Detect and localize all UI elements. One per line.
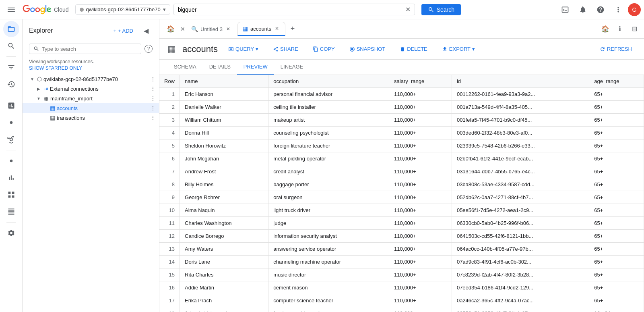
lineage-tab[interactable]: LINEAGE — [274, 60, 310, 75]
add-tab-button[interactable]: + — [286, 23, 299, 35]
share-button[interactable]: SHARE — [269, 44, 302, 54]
user-avatar[interactable]: G — [628, 3, 641, 16]
accounts-tab-icon: ▦ — [243, 25, 248, 32]
tree-project-item[interactable]: ▼ ⬡ qwiklabs-gcp-02-86d51777be70 ☆ ⋮ — [23, 74, 159, 84]
tree-transactions-item[interactable]: ▦ transactions ☆ ⋮ — [23, 113, 159, 123]
cell-row-num: 4 — [159, 127, 180, 139]
close-home-tab-icon[interactable]: ✕ — [180, 26, 185, 32]
tree-expand-arrow[interactable]: ▼ — [29, 76, 35, 82]
preview-tab[interactable]: PREVIEW — [237, 60, 274, 75]
cell-row-num: 6 — [159, 152, 180, 165]
home-icon[interactable]: 🏠 — [599, 23, 612, 35]
cell-age-range: 65+ — [589, 165, 644, 178]
cell-id: 03a31644-d0b7-4b55-b765-e4c... — [452, 165, 589, 178]
close-untitled-tab-icon[interactable]: ✕ — [225, 26, 231, 32]
transactions-more-icon[interactable]: ⋮ — [150, 114, 156, 121]
delete-btn-label: DELETE — [407, 46, 427, 52]
explorer-nav-icon[interactable] — [3, 21, 19, 37]
untitled-tab[interactable]: 🔍 Untitled 3 ✕ — [186, 22, 237, 35]
settings-nav-icon[interactable] — [3, 225, 19, 241]
cell-row-num: 1 — [159, 88, 180, 101]
collapse-sidebar-button[interactable]: ◀ — [140, 24, 153, 37]
dot2-nav-icon[interactable] — [3, 153, 19, 169]
cell-age-range: 65+ — [589, 114, 644, 127]
tree-accounts-item[interactable]: ▦ accounts ☆ ⋮ — [23, 103, 159, 113]
delete-button[interactable]: DELETE — [396, 44, 431, 54]
dot-nav-icon[interactable] — [3, 114, 19, 131]
wrench-nav-icon[interactable] — [3, 131, 19, 148]
search-row: ? — [23, 42, 159, 57]
details-tab[interactable]: DETAILS — [203, 60, 237, 75]
filter-nav-icon[interactable] — [3, 59, 19, 75]
table-header-row: Row name occupation salary_range id age_… — [159, 75, 644, 88]
accounts-expand-arrow[interactable] — [42, 105, 48, 111]
table-row: 10 Alma Naquin light truck driver 110,00… — [159, 204, 644, 217]
analytics-nav-icon[interactable] — [3, 98, 19, 114]
sidebar-search-input[interactable] — [42, 46, 137, 52]
refresh-button[interactable]: REFRESH — [596, 44, 636, 54]
col-id: id — [452, 75, 589, 88]
snapshot-button[interactable]: SNAPSHOT — [345, 44, 390, 54]
tree-dataset-item[interactable]: ▼ ▦ mainframe_import ☆ ⋮ — [23, 94, 159, 103]
copy-button[interactable]: COPY — [309, 44, 339, 54]
table-row: 8 Billy Holmes baggage porter 110,000+ 0… — [159, 178, 644, 191]
table-header-icon: ▦ — [167, 44, 176, 54]
cell-occupation: oral surgeon — [268, 191, 389, 204]
tree-external-connections-item[interactable]: ▶ ⇥ External connections ⋮ — [23, 84, 159, 94]
search-help-icon[interactable]: ? — [144, 45, 153, 53]
add-button[interactable]: + + ADD — [110, 25, 136, 36]
accounts-tab[interactable]: ▦ accounts ✕ — [237, 22, 285, 36]
table-row: 1 Eric Hanson personal financial advisor… — [159, 88, 644, 101]
help-icon[interactable] — [592, 2, 609, 18]
cell-row-num: 18 — [159, 307, 180, 312]
info-icon[interactable]: ℹ — [613, 23, 626, 35]
grid-nav-icon[interactable] — [3, 187, 19, 203]
cell-row-num: 12 — [159, 230, 180, 243]
svg-point-5 — [351, 48, 353, 50]
accounts-tab-label: accounts — [250, 26, 271, 32]
project-more-icon[interactable]: ⋮ — [150, 76, 156, 82]
table-row: 5 Sheldon Horowitz foreign literature te… — [159, 139, 644, 152]
clear-search-icon[interactable]: ✕ — [405, 6, 411, 13]
cell-occupation: baggage porter — [268, 178, 389, 191]
ext-conn-expand-arrow[interactable]: ▶ — [35, 85, 42, 92]
cell-occupation: personal financial advisor — [268, 88, 389, 101]
show-starred-link[interactable]: SHOW STARRED ONLY — [29, 65, 153, 71]
accounts-more-icon[interactable]: ⋮ — [150, 105, 156, 111]
home-tab[interactable]: 🏠 — [163, 21, 179, 37]
tab-bar: 🏠 ✕ 🔍 Untitled 3 ✕ ▦ accounts ✕ + 🏠 ℹ ⊟ — [159, 19, 644, 39]
table-nav-icon[interactable] — [3, 204, 19, 220]
dropdown-arrow-icon: ▾ — [163, 6, 166, 12]
hamburger-button[interactable] — [3, 2, 19, 18]
bar-chart-nav-icon[interactable] — [3, 170, 19, 186]
layout-icon[interactable]: ⊟ — [628, 23, 641, 35]
ext-conn-more-icon[interactable]: ⋮ — [150, 85, 156, 92]
cell-id: 07eed354-b186-41f4-9cd2-129... — [452, 281, 589, 294]
dataset-more-icon[interactable]: ⋮ — [150, 95, 156, 102]
export-button[interactable]: EXPORT ▾ — [438, 44, 479, 54]
query-button[interactable]: QUERY ▾ — [224, 44, 262, 54]
export-dropdown-arrow: ▾ — [472, 46, 475, 52]
cell-salary-range: 110,000+ — [389, 256, 452, 268]
terminal-icon[interactable] — [557, 2, 573, 18]
data-table-wrapper: Row name occupation salary_range id age_… — [159, 75, 644, 312]
schema-tab[interactable]: SCHEMA — [167, 60, 203, 75]
search-nav-icon[interactable] — [3, 38, 19, 54]
cell-salary-range: 110,000+ — [389, 127, 452, 139]
dataset-expand-arrow[interactable]: ▼ — [35, 95, 42, 102]
history-nav-icon[interactable] — [3, 76, 19, 92]
cell-name: Donna Hill — [180, 127, 268, 139]
col-age-range: age_range — [589, 75, 644, 88]
col-name: name — [180, 75, 268, 88]
transactions-expand-arrow[interactable] — [42, 114, 48, 121]
more-options-icon[interactable] — [610, 2, 626, 18]
search-input[interactable] — [178, 6, 405, 13]
search-button[interactable]: Search — [421, 4, 461, 15]
untitled-tab-icon: 🔍 — [191, 26, 198, 32]
notifications-icon[interactable] — [575, 2, 591, 18]
project-selector[interactable]: qwiklabs-gcp-02-86d51777be70 ▾ — [75, 4, 170, 15]
table-row: 14 Doris Lane channeling machine operato… — [159, 256, 644, 268]
col-row: Row — [159, 75, 180, 88]
close-accounts-tab-icon[interactable]: ✕ — [274, 25, 280, 32]
cell-id: 05ee56f1-7d5e-4272-aea1-2c9... — [452, 204, 589, 217]
